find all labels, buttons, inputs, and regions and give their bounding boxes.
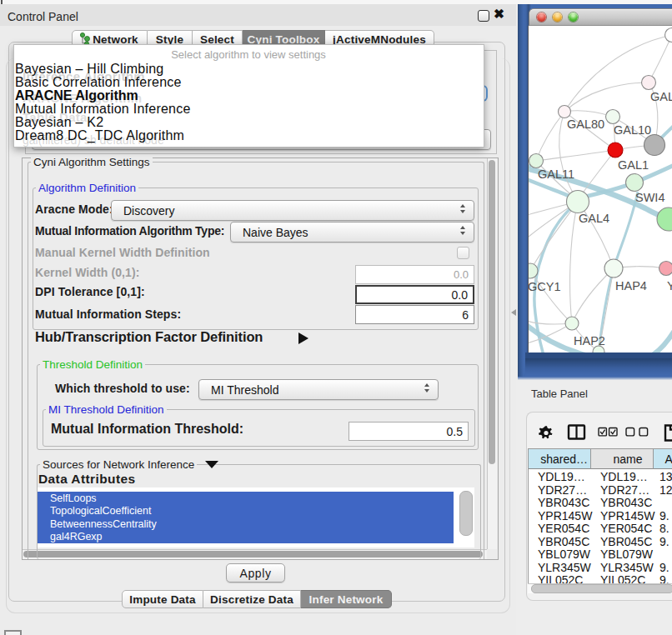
svg-text:HAP2: HAP2 bbox=[574, 334, 605, 348]
svg-text:GAL7: GAL7 bbox=[650, 90, 672, 103]
svg-text:GAL4: GAL4 bbox=[579, 212, 609, 225]
svg-text:GAL10: GAL10 bbox=[614, 123, 651, 137]
svg-text:YJ: YJ bbox=[667, 279, 672, 292]
svg-text:GAL80: GAL80 bbox=[567, 118, 604, 131]
svg-text:GAL1: GAL1 bbox=[618, 158, 649, 172]
svg-text:HAP4: HAP4 bbox=[615, 279, 647, 292]
svg-text:SWI4: SWI4 bbox=[635, 191, 664, 204]
svg-text:GAL11: GAL11 bbox=[538, 168, 574, 181]
svg-text:GCY1: GCY1 bbox=[529, 280, 561, 293]
